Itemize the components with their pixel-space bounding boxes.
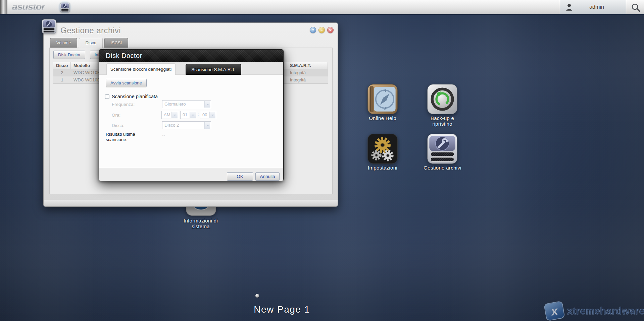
tab-disco[interactable]: Disco [79, 38, 103, 48]
desktop-page-title: New Page 1 [215, 304, 349, 315]
scheduled-scan-label[interactable]: Scansione pianificata [112, 94, 158, 99]
page-indicator-dot[interactable] [255, 294, 259, 298]
tab-iscsi[interactable]: iSCSI [104, 38, 128, 48]
window-title: Gestione archivi [60, 26, 121, 35]
frequency-select[interactable]: Giornaliero [162, 100, 211, 108]
tab-smart-scan[interactable]: Scansione S.M.A.R.T. [186, 64, 241, 75]
time-minute-value: 00 [202, 112, 207, 117]
column-header-smart[interactable]: S.M.A.R.T. [287, 62, 328, 69]
storage-manager-icon [427, 133, 458, 164]
asustor-logo: asustor [12, 1, 45, 12]
chevron-down-icon[interactable] [209, 112, 215, 118]
disk-select[interactable]: Disco 2 [162, 121, 211, 129]
desktop-icon-label[interactable]: Informazioni di sistema [177, 218, 224, 230]
tab-volume[interactable]: Volume [50, 38, 77, 48]
disk-value: Disco 2 [164, 123, 179, 128]
cell-disco: 1 [53, 76, 71, 83]
screen: Informazioni di sistema N S Online Help … [0, 0, 644, 321]
backup-restore-icon [427, 84, 458, 115]
window-footer [44, 200, 338, 206]
desktop-icon-label[interactable]: Back-up e ripristino [422, 115, 463, 127]
column-header-disco[interactable]: Disco [53, 62, 71, 69]
time-hour-select[interactable]: 01 [180, 111, 196, 119]
desktop-icon-label[interactable]: Impostazioni [359, 165, 406, 171]
disk-doctor-dialog: Disk Doctor Scansione blocchi danneggiat… [99, 49, 284, 181]
dialog-content: Avvia scansione Scansione pianificata Fr… [99, 75, 283, 168]
cell-smart: Integrità [287, 76, 328, 83]
tab-bad-block-scan[interactable]: Scansione blocchi danneggiati [106, 63, 176, 75]
desktop-icon-label[interactable]: Online Help [359, 115, 406, 121]
dialog-footer: OK Annulla [99, 168, 283, 181]
settings-gears-icon [367, 133, 398, 164]
start-scan-button[interactable]: Avvia scansione [106, 79, 147, 87]
desktop-icon-backup[interactable] [427, 84, 458, 115]
dialog-title[interactable]: Disk Doctor [99, 50, 283, 62]
window-storage-icon [42, 19, 56, 34]
disk-doctor-button[interactable]: Disk Doctor [53, 51, 85, 59]
chevron-down-icon[interactable] [204, 122, 210, 129]
svg-text:S: S [384, 107, 386, 110]
time-label: Ora: [112, 113, 120, 118]
time-hour-value: 01 [183, 112, 187, 117]
time-minute-select[interactable]: 00 [200, 111, 216, 119]
user-menu-button[interactable]: admin [560, 0, 626, 14]
storage-manager-taskbar-icon [60, 3, 70, 12]
svg-text:N: N [384, 89, 386, 92]
top-bar: asustor admin [0, 0, 644, 15]
close-button[interactable]: ✕ [327, 27, 334, 33]
cell-smart: Integrità [287, 69, 328, 76]
disk-label: Disco: [112, 123, 125, 128]
window-controls: ? − ✕ [310, 27, 334, 33]
taskbar-active-app[interactable] [58, 1, 72, 14]
user-icon [565, 3, 574, 11]
chevron-down-icon[interactable] [190, 112, 196, 118]
scheduled-scan-checkbox[interactable] [105, 94, 109, 99]
time-separator: : [198, 112, 199, 117]
search-button[interactable] [631, 2, 641, 12]
last-scan-result-value: -- [162, 132, 165, 137]
window-tab-bar: Volume Disco iSCSI [50, 38, 128, 48]
desktop-icon-online-help[interactable]: N S [367, 84, 398, 115]
scheduled-scan-row: Scansione pianificata [105, 94, 158, 99]
time-ampm-select[interactable]: AM [161, 111, 178, 119]
chevron-down-icon[interactable] [204, 101, 210, 108]
watermark-x-logo-icon: x [544, 301, 565, 321]
cell-disco: 2 [53, 69, 71, 76]
username-label: admin [574, 4, 626, 10]
help-button[interactable]: ? [310, 27, 316, 33]
sidebar-handle[interactable] [0, 0, 7, 14]
desktop-icon-settings[interactable] [367, 133, 398, 164]
watermark-text: xtremehardware.it [567, 306, 644, 317]
search-icon [631, 2, 641, 12]
last-scan-result-label: Risultati ultima scansione: [106, 132, 154, 142]
cancel-button[interactable]: Annulla [255, 172, 280, 181]
desktop-icon-storage-manager[interactable] [427, 133, 458, 164]
desktop-icon-label[interactable]: Gestione archivi [418, 165, 467, 171]
minimize-button[interactable]: − [318, 27, 325, 33]
online-help-icon: N S [367, 84, 398, 115]
chevron-down-icon[interactable] [171, 112, 178, 118]
ok-button[interactable]: OK [227, 172, 253, 181]
dialog-tab-bar: Scansione blocchi danneggiati Scansione … [99, 62, 283, 75]
frequency-label: Frequenza: [112, 102, 135, 107]
time-ampm-value: AM [164, 112, 170, 117]
frequency-value: Giornaliero [164, 102, 186, 107]
